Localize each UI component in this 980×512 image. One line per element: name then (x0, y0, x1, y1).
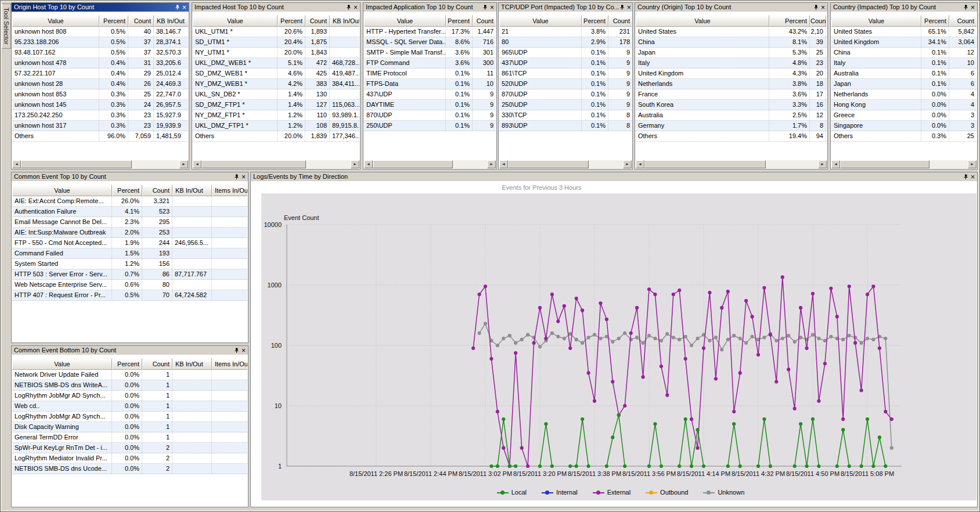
table-row[interactable]: SMTP - Simple Mail Transf...3.6%301 (364, 48, 496, 58)
column-header[interactable]: Percent (921, 15, 949, 27)
scroll-right-button[interactable]: ► (623, 160, 632, 168)
table-row[interactable]: Command Failed1.5%193 (12, 248, 247, 259)
pin-icon[interactable] (963, 5, 968, 10)
table-row[interactable]: Others96.0%7,0591,481,59 (12, 131, 188, 142)
horizontal-scrollbar[interactable]: ◄ ► (193, 160, 359, 168)
table-row[interactable]: NETBIOS SMB-DS dns WriteA...0.0%1 (12, 380, 247, 391)
scroll-right-button[interactable]: ► (487, 160, 496, 168)
table-row[interactable]: 893\UDP0.1%8 (499, 121, 632, 131)
table-row[interactable]: UKL_DMZ_FTP1 *1.2%10889,915.8... (193, 121, 359, 131)
column-header[interactable]: Value (831, 15, 921, 27)
table-row[interactable]: Hong Kong0.0%4 (831, 100, 977, 110)
close-icon[interactable]: × (627, 4, 631, 11)
table-row[interactable]: UKL_DMZ_WEB1 *5.1%472468,728... (193, 58, 359, 68)
table-row[interactable]: France3.6%17 (636, 89, 827, 100)
column-header[interactable]: Percent (582, 15, 608, 27)
table-row[interactable]: 870\UDP0.1%9 (499, 89, 632, 100)
panel-titlebar[interactable]: Country (Impacted) Top 10 by Count × (831, 3, 977, 12)
table-row[interactable]: HTTP 407 : Request Error - Pr...0.5%7064… (12, 290, 247, 301)
column-header[interactable]: Count (608, 15, 632, 27)
scroll-right-button[interactable]: ► (351, 160, 359, 168)
table-row[interactable]: unknown host 8530.3%2522,747.0 (12, 89, 188, 100)
scrollbar-track[interactable] (840, 160, 968, 168)
column-header[interactable]: Count (810, 15, 826, 27)
scroll-left-button[interactable]: ◄ (499, 160, 508, 168)
horizontal-scrollbar[interactable]: ◄ ► (12, 160, 188, 168)
table-row[interactable]: South Korea3.3%16 (636, 100, 827, 110)
table-row[interactable]: Italy0.1%10 (831, 58, 977, 68)
pin-icon[interactable] (175, 5, 180, 10)
table-row[interactable]: Germany1.7%8 (636, 121, 827, 131)
table-row[interactable]: 520\UDP0.1%9 (499, 79, 632, 89)
column-header[interactable]: Count (949, 15, 977, 27)
column-header[interactable]: Items In/Out (212, 358, 247, 370)
table-row[interactable]: Disk Capacity Warning0.0%1 (12, 422, 247, 432)
column-header[interactable]: Items In/Out (212, 185, 247, 196)
column-header[interactable]: KB In/Out (172, 358, 212, 370)
column-header[interactable]: Count (305, 15, 330, 27)
legend-item-local[interactable]: Local (497, 489, 527, 496)
column-header[interactable]: Value (636, 15, 769, 27)
scroll-left-button[interactable]: ◄ (831, 160, 840, 168)
table-row[interactable]: unknown host 4780.4%3133,205.6 (12, 58, 188, 68)
scrollbar-track[interactable] (644, 160, 818, 168)
close-icon[interactable]: × (242, 347, 246, 354)
table-row[interactable]: Netherlands3.8%18 (636, 79, 827, 89)
table-row[interactable]: System Started1.2%156 (12, 259, 247, 269)
column-header[interactable]: Count (128, 15, 154, 27)
pin-icon[interactable] (963, 174, 968, 180)
column-header[interactable]: Value (193, 15, 278, 27)
column-header[interactable]: Value (12, 15, 99, 27)
pin-icon[interactable] (619, 5, 625, 10)
tool-selector-tab[interactable]: Tool Selector (2, 3, 11, 49)
legend-item-internal[interactable]: Internal (542, 489, 578, 496)
scroll-right-button[interactable]: ► (179, 160, 188, 168)
table-row[interactable]: NY_DMZ_FTP1 *1.2%11093,989.1... (193, 110, 359, 121)
table-row[interactable]: UKL_SN_DB2 *1.4%130 (193, 89, 359, 100)
table-row[interactable]: Greece0.0%3 (831, 110, 977, 121)
panel-titlebar[interactable]: Impacted Application Top 10 by Count × (363, 3, 496, 12)
close-icon[interactable]: × (182, 4, 186, 11)
table-row[interactable]: 965\UDP0.1%9 (499, 48, 632, 58)
legend-item-external[interactable]: External (593, 489, 630, 496)
table-row[interactable]: Australia2.5%12 (636, 110, 827, 121)
table-row[interactable]: 861\TCP0.1%9 (499, 68, 632, 79)
pin-icon[interactable] (234, 348, 239, 354)
table-row[interactable]: DAYTIME0.1%9 (364, 100, 496, 110)
scrollbar-thumb[interactable] (21, 160, 132, 168)
panel-titlebar[interactable]: Impacted Host Top 10 by Count × (192, 3, 360, 12)
column-header[interactable]: Percent (446, 15, 473, 27)
table-row[interactable]: 93.48.107.1620.5%3732,570.3 (12, 48, 188, 58)
table-row[interactable]: unknown host 280.4%2624,469.3 (12, 79, 188, 89)
panel-titlebar[interactable]: TCP/UDP Port (Impacted) Top 10 by Co... … (499, 3, 632, 12)
panel-titlebar[interactable]: Common Event Bottom 10 by Count × (12, 346, 248, 355)
table-row[interactable]: LogRhythm JobMgr AD Synch...0.0%1 (12, 412, 247, 422)
close-icon[interactable]: × (821, 4, 825, 11)
scrollbar-thumb[interactable] (373, 160, 453, 168)
scroll-left-button[interactable]: ◄ (364, 160, 373, 168)
table-row[interactable]: Singapore0.0%3 (831, 121, 977, 131)
table-row[interactable]: 437\UDP0.1%9 (364, 89, 496, 100)
pin-icon[interactable] (482, 5, 488, 10)
panel-titlebar[interactable]: Common Event Top 10 by Count × (12, 172, 248, 181)
table-row[interactable]: 95.233.188.2060.5%3728,374.1 (12, 37, 188, 48)
table-row[interactable]: 330\TCP0.1%8 (499, 110, 632, 121)
table-row[interactable]: NETBIOS SMB-DS dns Ucode...0.0%2 (12, 464, 247, 474)
table-row[interactable]: 250\UDP0.1%9 (499, 100, 632, 110)
table-row[interactable]: Web cd..0.0%1 (12, 401, 247, 412)
table-row[interactable]: FTP - 550 - Cmd Not Accepted...1.9%24424… (12, 238, 247, 248)
column-header[interactable]: Percent (99, 15, 128, 27)
horizontal-scrollbar[interactable]: ◄ ► (364, 160, 496, 168)
table-row[interactable]: Others19.4%94 (636, 131, 827, 142)
close-icon[interactable]: × (971, 4, 975, 11)
table-row[interactable]: SpWr-Put KeyLgr RnTm Det - i...0.0%2 (12, 443, 247, 453)
table-row[interactable]: United States43.2%2,10 (636, 27, 827, 37)
column-header[interactable]: Value (499, 15, 582, 27)
panel-titlebar[interactable]: Logs/Events by Time by Direction × (251, 172, 977, 181)
table-row[interactable]: 173.250.242.2500.3%2315,927.9 (12, 110, 188, 121)
column-header[interactable]: Value (364, 15, 446, 27)
column-header[interactable]: Percent (112, 185, 142, 196)
table-row[interactable]: Web Netscape Enterprise Serv...0.6%80 (12, 280, 247, 290)
table-row[interactable]: AIE: Ext:Accnt Comp:Remote...26.0%3,321 (12, 196, 247, 207)
panel-titlebar[interactable]: Country (Origin) Top 10 by Count × (635, 3, 827, 12)
